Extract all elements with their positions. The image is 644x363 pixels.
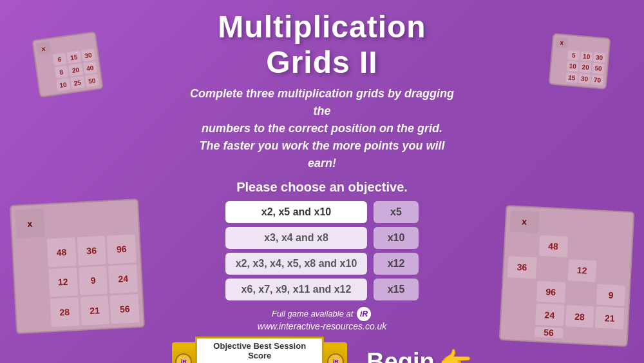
cell: 12 xyxy=(48,268,78,297)
cell xyxy=(570,213,599,236)
ir-badge: iR xyxy=(357,307,371,321)
cell xyxy=(600,215,629,238)
cell: 56 xyxy=(535,327,564,338)
cell xyxy=(594,41,607,52)
medal-ribbon-left: iR xyxy=(172,342,195,363)
cell: x xyxy=(15,209,44,239)
cell xyxy=(20,299,50,329)
page-background: x 6 15 30 8 20 40 10 25 50 x 5 10 30 10 … xyxy=(0,0,644,363)
cell: 24 xyxy=(108,264,138,294)
instruction-line1: Complete three multiplication grids by d… xyxy=(187,85,457,120)
cell xyxy=(45,207,75,237)
cell xyxy=(569,237,598,259)
cell: 5 xyxy=(567,50,580,61)
objective-button-1[interactable]: x2, x5 and x10 xyxy=(225,201,367,223)
cell xyxy=(17,239,46,268)
cell: 15 xyxy=(565,72,578,83)
instruction-line3: The faster you work the more points you … xyxy=(187,137,457,172)
side-option-4[interactable]: x15 xyxy=(374,279,419,300)
objective-button-4[interactable]: x6, x7, x9, x11 and x12 xyxy=(225,279,367,300)
decorative-grid-top-left: x 6 15 30 8 20 40 10 25 50 xyxy=(32,31,104,97)
full-game-text: Full game available at iR xyxy=(272,307,372,321)
cell xyxy=(505,302,534,325)
cell: x xyxy=(556,37,568,48)
website-url: www.interactive-resources.co.uk xyxy=(258,321,387,331)
side-option-1[interactable]: x5 xyxy=(374,201,419,223)
cell: 36 xyxy=(507,256,536,279)
cell xyxy=(38,54,53,68)
cell xyxy=(79,35,94,49)
cell: 96 xyxy=(536,280,565,303)
cell xyxy=(509,233,538,256)
begin-button[interactable]: Begin 👉 xyxy=(366,346,472,364)
instructions-text: Complete three multiplication grids by d… xyxy=(187,85,457,172)
left-medal: iR xyxy=(172,342,195,363)
cell: 20 xyxy=(68,63,83,77)
cell: 96 xyxy=(107,234,137,264)
hand-point-icon: 👉 xyxy=(439,346,472,364)
cell xyxy=(582,39,594,50)
cell: 10 xyxy=(580,51,592,62)
objective-label: Please choose an objective. xyxy=(236,180,408,195)
decorative-grid-bottom-right: x 48 36 12 96 9 24 28 21 56 xyxy=(499,205,635,347)
cell: 21 xyxy=(595,307,624,329)
cell xyxy=(554,48,567,59)
medal-circle-right: iR xyxy=(327,353,344,363)
cell: 20 xyxy=(580,62,592,73)
cell: 30 xyxy=(593,52,605,63)
objective-button-3[interactable]: x2, x3, x4, x5, x8 and x10 xyxy=(225,253,367,275)
score-banner: Objective Best Session Score 1000 xyxy=(195,337,324,363)
center-panel: Multiplication Grids II Complete three m… xyxy=(187,0,457,363)
decorative-grid-bottom-left: x 48 36 96 12 9 24 28 21 56 xyxy=(10,199,145,334)
cell xyxy=(554,60,566,71)
cell: 21 xyxy=(80,296,109,326)
cell: 10 xyxy=(567,61,579,72)
cell xyxy=(18,269,48,299)
medal-ribbon-right: iR xyxy=(324,342,347,363)
cell: 12 xyxy=(567,259,596,282)
cell xyxy=(40,67,55,81)
cell: 8 xyxy=(54,65,69,79)
cell xyxy=(75,206,105,235)
cell: 28 xyxy=(565,305,594,328)
cell xyxy=(105,204,135,233)
cell: x xyxy=(509,210,538,233)
side-option-2[interactable]: x10 xyxy=(374,227,419,249)
cell: 48 xyxy=(46,237,76,267)
cell: 24 xyxy=(535,304,564,326)
score-label: Objective Best Session Score xyxy=(207,341,312,360)
cell xyxy=(65,37,80,51)
score-begin-row: iR Objective Best Session Score 1000 iR xyxy=(172,337,472,363)
begin-label: Begin xyxy=(366,348,435,364)
cell: 9 xyxy=(596,284,625,306)
cell: 40 xyxy=(82,61,97,75)
score-value: 1000 xyxy=(207,360,312,363)
full-game-label: Full game available at xyxy=(272,309,353,319)
cell xyxy=(41,80,56,93)
cell xyxy=(599,238,628,260)
side-option-3[interactable]: x12 xyxy=(374,253,419,275)
cell xyxy=(598,261,627,284)
cell: 9 xyxy=(79,266,108,295)
cell: 36 xyxy=(77,235,106,265)
page-title: Multiplication Grids II xyxy=(187,0,457,80)
cell xyxy=(569,38,581,49)
cell xyxy=(537,258,566,280)
cell: 15 xyxy=(66,50,81,64)
objective-button-2[interactable]: x3, x4 and x8 xyxy=(225,227,367,249)
medal-circle-left: iR xyxy=(175,353,192,363)
decorative-grid-top-right: x 5 10 30 10 20 50 15 30 70 xyxy=(549,33,611,90)
right-medal: iR xyxy=(324,342,347,363)
cell: 6 xyxy=(52,52,67,66)
cell xyxy=(566,282,595,305)
cell: 28 xyxy=(50,297,79,327)
cell: 56 xyxy=(110,294,140,324)
cell xyxy=(504,325,533,337)
score-area: iR Objective Best Session Score 1000 iR xyxy=(172,337,347,363)
cell: 30 xyxy=(81,48,96,62)
cell: 70 xyxy=(591,74,603,85)
cell: 10 xyxy=(56,78,71,92)
cell: 48 xyxy=(538,235,567,257)
cell xyxy=(553,71,565,82)
cell xyxy=(506,279,535,302)
